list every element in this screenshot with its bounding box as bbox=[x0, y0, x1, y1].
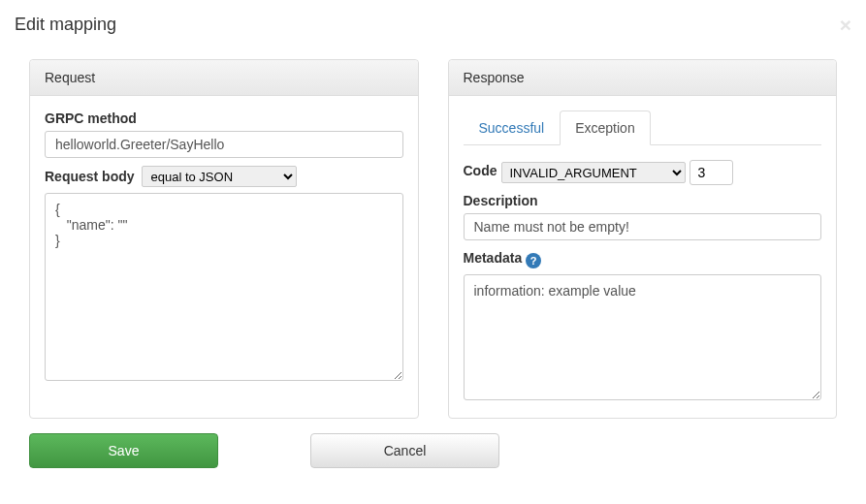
cancel-button[interactable]: Cancel bbox=[310, 433, 499, 468]
close-icon[interactable]: × bbox=[840, 15, 851, 35]
modal-body: Request GRPC method Request body equal t… bbox=[0, 45, 866, 433]
modal-footer: Save Cancel bbox=[0, 433, 866, 468]
code-label: Code bbox=[464, 163, 497, 178]
request-body-textarea[interactable]: { "name": "" } bbox=[45, 193, 403, 381]
code-number-input[interactable] bbox=[690, 160, 733, 185]
tab-exception[interactable]: Exception bbox=[560, 110, 650, 145]
description-label: Description bbox=[464, 193, 538, 208]
modal-title: Edit mapping bbox=[15, 15, 116, 35]
modal-header: Edit mapping × bbox=[0, 0, 866, 45]
metadata-label: Metadata bbox=[464, 250, 523, 266]
request-panel-body: GRPC method Request body equal to JSON {… bbox=[30, 96, 418, 398]
request-body-matcher-select[interactable]: equal to JSON bbox=[142, 166, 297, 187]
response-tabs: Successful Exception bbox=[464, 110, 822, 145]
response-panel-body: Successful Exception Code INVALID_ARGUME… bbox=[449, 96, 837, 418]
save-button[interactable]: Save bbox=[29, 433, 218, 468]
response-panel-title: Response bbox=[449, 60, 837, 96]
grpc-method-label: GRPC method bbox=[45, 110, 137, 126]
request-body-label: Request body bbox=[45, 169, 135, 184]
response-panel: Response Successful Exception Code INVAL… bbox=[448, 59, 838, 419]
description-input[interactable] bbox=[464, 213, 822, 240]
tab-successful[interactable]: Successful bbox=[464, 110, 561, 145]
request-panel: Request GRPC method Request body equal t… bbox=[29, 59, 419, 419]
help-icon[interactable]: ? bbox=[526, 253, 541, 268]
request-panel-title: Request bbox=[30, 60, 418, 96]
code-select[interactable]: INVALID_ARGUMENT bbox=[501, 162, 686, 183]
code-row: Code INVALID_ARGUMENT bbox=[464, 160, 822, 185]
grpc-method-input[interactable] bbox=[45, 131, 403, 158]
metadata-textarea[interactable]: information: example value bbox=[464, 274, 822, 400]
